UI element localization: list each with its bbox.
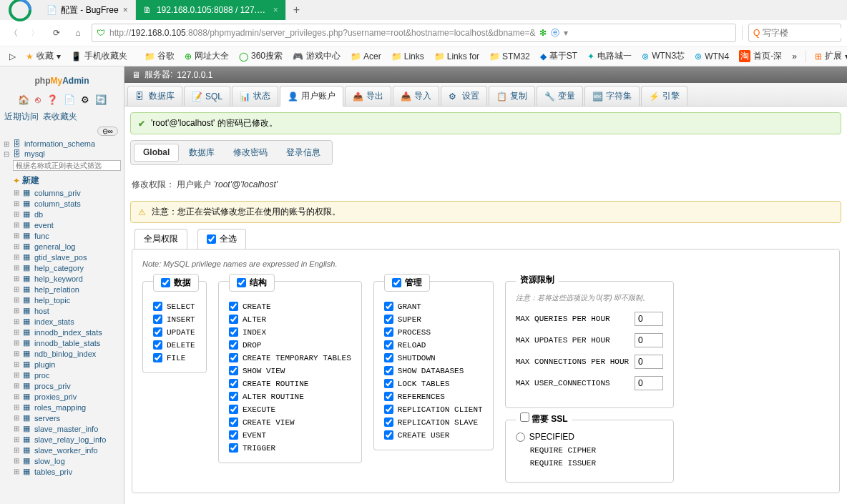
- priv-label[interactable]: PROCESS: [398, 328, 431, 337]
- priv-checkbox[interactable]: [229, 340, 238, 350]
- plus-icon[interactable]: ⊞: [11, 253, 21, 261]
- priv-checkbox[interactable]: [384, 405, 393, 414]
- table-item[interactable]: ⊞▦servers: [10, 412, 124, 423]
- priv-checkbox[interactable]: [384, 417, 393, 427]
- home-button[interactable]: ⌂: [70, 25, 86, 41]
- plus-icon[interactable]: ⊞: [11, 317, 21, 325]
- search-input[interactable]: [763, 28, 847, 38]
- bookmark-item[interactable]: 📁Links: [388, 50, 428, 63]
- bookmark-item[interactable]: ✦电路城一: [584, 49, 635, 64]
- priv-label[interactable]: CREATE VIEW: [243, 418, 295, 427]
- priv-label[interactable]: INDEX: [243, 328, 266, 337]
- recent-link[interactable]: 近期访问: [4, 112, 39, 122]
- bookmark-item[interactable]: 📁Acer: [347, 50, 385, 63]
- table-filter-input[interactable]: [13, 160, 121, 171]
- table-item[interactable]: ⊞▦general_log: [10, 241, 124, 252]
- priv-label[interactable]: SHOW VIEW: [243, 367, 285, 375]
- priv-checkbox[interactable]: [153, 302, 162, 311]
- priv-checkbox[interactable]: [229, 392, 238, 401]
- compat-icon[interactable]: ⓔ: [551, 27, 559, 39]
- sync-icon[interactable]: ❇: [539, 28, 547, 38]
- priv-label[interactable]: CREATE ROUTINE: [243, 380, 308, 388]
- table-item[interactable]: ⊞▦slave_relay_log_info: [10, 434, 124, 445]
- top-tab-9[interactable]: 🔤字符集: [584, 86, 640, 106]
- table-item[interactable]: ⊞▦slave_worker_info: [10, 445, 124, 455]
- top-tab-10[interactable]: ⚡引擎: [641, 86, 687, 106]
- group-head-label[interactable]: 数据: [161, 277, 191, 289]
- bookmark-item[interactable]: 🎮游戏中心: [289, 49, 344, 64]
- priv-label[interactable]: REFERENCES: [398, 392, 445, 401]
- priv-checkbox[interactable]: [229, 443, 238, 453]
- priv-checkbox[interactable]: [384, 366, 393, 375]
- plus-icon[interactable]: ⊞: [11, 392, 21, 400]
- table-item[interactable]: ⊞▦innodb_table_stats: [10, 337, 124, 348]
- priv-label[interactable]: LOCK TABLES: [398, 380, 450, 388]
- priv-label[interactable]: CREATE TEMPORARY TABLES: [243, 354, 351, 362]
- priv-checkbox[interactable]: [384, 340, 393, 350]
- priv-label[interactable]: SELECT: [167, 302, 195, 311]
- priv-checkbox[interactable]: [384, 302, 393, 311]
- bookmark-item[interactable]: 📁Links for: [431, 50, 483, 63]
- collapse-button[interactable]: ⊖∞: [97, 127, 118, 136]
- priv-label[interactable]: REPLICATION CLIENT: [398, 405, 483, 414]
- docs-icon[interactable]: ❓: [46, 94, 58, 105]
- priv-checkbox[interactable]: [229, 353, 238, 362]
- top-tab-6[interactable]: ⚙设置: [441, 86, 487, 106]
- table-item[interactable]: ⊞▦slow_log: [10, 455, 124, 466]
- priv-label[interactable]: UPDATE: [167, 328, 195, 337]
- resource-input[interactable]: [635, 312, 663, 326]
- group-head-label[interactable]: 结构: [237, 277, 267, 289]
- table-item[interactable]: ⊞▦proxies_priv: [10, 391, 124, 402]
- plus-icon[interactable]: ⊞: [11, 210, 21, 218]
- chevron-down-icon[interactable]: ▾: [564, 28, 568, 38]
- plus-icon[interactable]: ⊞: [11, 382, 21, 390]
- table-item[interactable]: ⊞▦tables_priv: [10, 466, 124, 477]
- table-item[interactable]: ⊞▦help_category: [10, 262, 124, 273]
- priv-label[interactable]: DROP: [243, 341, 261, 350]
- top-tab-2[interactable]: 📊状态: [232, 86, 278, 106]
- priv-label[interactable]: CREATE USER: [398, 431, 450, 440]
- table-item[interactable]: ⊞▦help_topic: [10, 295, 124, 305]
- browser-tab[interactable]: 📄 配置 - BugFree ×: [39, 0, 136, 20]
- ssl-specified-option[interactable]: SPECIFIED: [516, 432, 663, 442]
- bookmark-item[interactable]: ★收藏▾: [22, 49, 64, 64]
- priv-label[interactable]: ALTER ROUTINE: [243, 392, 304, 401]
- priv-checkbox[interactable]: [229, 302, 238, 311]
- group-checkbox[interactable]: [237, 278, 246, 287]
- plus-icon[interactable]: ⊞: [11, 457, 21, 465]
- priv-checkbox[interactable]: [384, 353, 393, 362]
- plus-icon[interactable]: ⊞: [11, 371, 21, 379]
- search-field[interactable]: Q: [748, 24, 841, 42]
- plus-icon[interactable]: ⊞: [11, 414, 21, 422]
- bookmark-item[interactable]: ⊚WTN4: [691, 50, 733, 63]
- browser-tab-active[interactable]: 🗎 192.168.0.105:8088 / 127.0.0.1 ×: [136, 0, 286, 20]
- priv-checkbox[interactable]: [153, 327, 162, 337]
- home-icon[interactable]: 🏠: [18, 94, 29, 105]
- priv-label[interactable]: EVENT: [243, 431, 266, 440]
- priv-label[interactable]: GRANT: [398, 302, 421, 311]
- close-icon[interactable]: ×: [273, 5, 278, 15]
- table-item[interactable]: ⊞▦help_keyword: [10, 273, 124, 284]
- priv-checkbox[interactable]: [229, 405, 238, 414]
- ssl-specified-radio[interactable]: [516, 433, 525, 442]
- table-item[interactable]: ⊞▦func: [10, 230, 124, 241]
- select-all-checkbox[interactable]: [207, 234, 216, 244]
- priv-label[interactable]: INSERT: [167, 315, 195, 324]
- plus-icon[interactable]: ⊞: [11, 339, 21, 347]
- table-item[interactable]: ⊞▦db: [10, 209, 124, 219]
- plus-icon[interactable]: ⊞: [11, 285, 21, 293]
- plus-icon[interactable]: ⊞: [11, 403, 21, 411]
- plus-icon[interactable]: ⊞: [11, 275, 21, 282]
- plus-icon[interactable]: ⊞: [11, 360, 21, 368]
- plus-icon[interactable]: ⊞: [11, 468, 21, 475]
- priv-label[interactable]: SHOW DATABASES: [398, 367, 464, 375]
- extensions-button[interactable]: ⊞扩展▾: [811, 49, 847, 64]
- db-item[interactable]: ⊟🗄mysql: [0, 149, 124, 159]
- reload-icon[interactable]: 🔄: [95, 94, 107, 105]
- top-tab-7[interactable]: 📋复制: [489, 86, 535, 106]
- db-item[interactable]: ⊞🗄information_schema: [0, 139, 124, 149]
- bookmark-item[interactable]: ⊚WTN3芯: [638, 49, 688, 64]
- plus-icon[interactable]: ⊞: [1, 140, 11, 148]
- bookmark-item[interactable]: 📁谷歌: [141, 49, 178, 64]
- priv-label[interactable]: RELOAD: [398, 341, 426, 350]
